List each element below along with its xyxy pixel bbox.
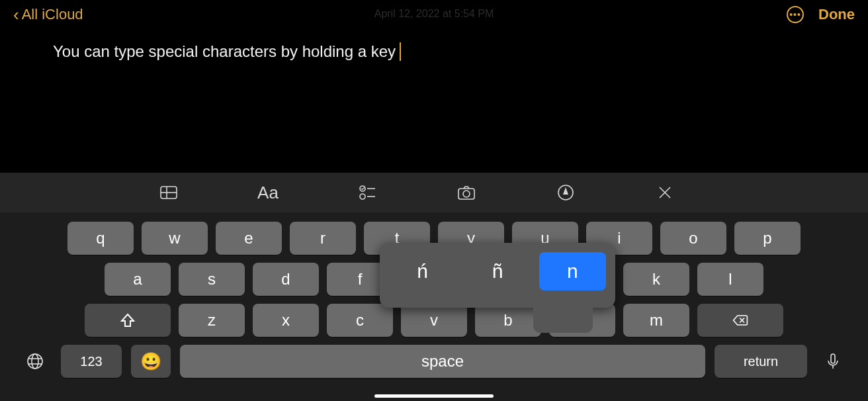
svg-point-8 xyxy=(463,191,470,197)
camera-button[interactable] xyxy=(450,179,483,206)
shift-key[interactable] xyxy=(85,304,171,337)
svg-point-5 xyxy=(360,194,365,199)
mic-icon xyxy=(823,351,843,371)
key-s[interactable]: s xyxy=(179,263,245,296)
key-c[interactable]: c xyxy=(327,304,393,337)
return-key[interactable]: return xyxy=(715,345,807,378)
dictation-button[interactable] xyxy=(816,345,849,378)
checklist-icon xyxy=(357,183,377,202)
globe-icon xyxy=(25,351,45,371)
svg-point-3 xyxy=(360,186,365,191)
back-label: All iCloud xyxy=(22,6,83,23)
close-icon xyxy=(658,185,672,200)
svg-point-14 xyxy=(28,354,42,369)
globe-button[interactable] xyxy=(19,345,52,378)
shift-icon xyxy=(119,312,136,329)
dismiss-toolbar-button[interactable] xyxy=(648,179,681,206)
numbers-key[interactable]: 123 xyxy=(61,345,122,378)
key-l[interactable]: l xyxy=(697,263,763,296)
popup-tail xyxy=(533,300,593,333)
note-text: You can type special characters by holdi… xyxy=(53,42,396,61)
key-z[interactable]: z xyxy=(179,304,245,337)
key-e[interactable]: e xyxy=(216,222,282,255)
emoji-icon: 😀 xyxy=(140,351,161,372)
key-a[interactable]: a xyxy=(105,263,171,296)
text-cursor xyxy=(400,42,401,61)
accent-option-2[interactable]: n xyxy=(539,252,606,290)
backspace-icon xyxy=(732,312,749,329)
ellipsis-icon: ••• xyxy=(789,10,801,19)
key-r[interactable]: r xyxy=(290,222,356,255)
backspace-key[interactable] xyxy=(697,304,783,337)
svg-point-15 xyxy=(32,354,38,369)
key-w[interactable]: w xyxy=(142,222,208,255)
accent-option-1[interactable]: ñ xyxy=(464,252,531,290)
back-button[interactable]: ‹ All iCloud xyxy=(13,6,83,23)
key-p[interactable]: p xyxy=(734,222,801,255)
key-q[interactable]: q xyxy=(67,222,134,255)
format-button[interactable]: Aa xyxy=(251,179,284,206)
note-text-area[interactable]: You can type special characters by holdi… xyxy=(0,29,868,61)
key-m[interactable]: m xyxy=(623,304,689,337)
space-key[interactable]: space xyxy=(180,345,705,378)
camera-icon xyxy=(456,183,476,202)
home-indicator[interactable] xyxy=(374,394,494,398)
key-b[interactable]: b xyxy=(475,304,541,337)
chevron-left-icon: ‹ xyxy=(13,6,19,23)
table-button[interactable] xyxy=(152,179,185,206)
markup-icon xyxy=(556,183,576,202)
more-button[interactable]: ••• xyxy=(787,6,804,23)
markup-button[interactable] xyxy=(549,179,582,206)
accent-option-0[interactable]: ń xyxy=(389,252,456,290)
checklist-button[interactable] xyxy=(351,179,384,206)
note-timestamp: April 12, 2022 at 5:54 PM xyxy=(374,8,494,20)
key-o[interactable]: o xyxy=(660,222,726,255)
key-k[interactable]: k xyxy=(623,263,689,296)
done-button[interactable]: Done xyxy=(818,6,855,23)
svg-rect-18 xyxy=(831,354,835,363)
table-icon xyxy=(159,183,179,202)
keyboard: ń ñ n q w e r t y u i o p a s d f xyxy=(0,212,868,401)
key-x[interactable]: x xyxy=(253,304,319,337)
key-d[interactable]: d xyxy=(253,263,319,296)
emoji-key[interactable]: 😀 xyxy=(131,345,171,378)
accent-popup: ń ñ n xyxy=(380,243,615,308)
key-v[interactable]: v xyxy=(401,304,467,337)
